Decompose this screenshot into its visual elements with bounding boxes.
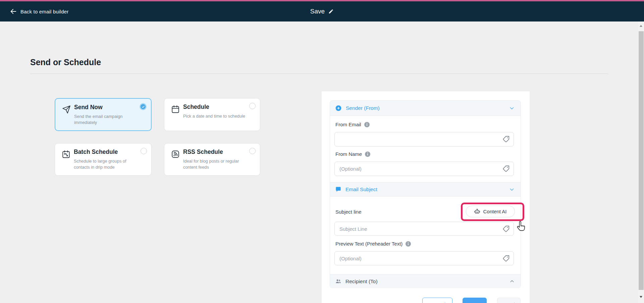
arrow-left-icon (10, 8, 17, 15)
campaign-title-editor[interactable]: Save (310, 8, 334, 15)
radio-rss-schedule[interactable] (249, 148, 256, 154)
card-title: RSS Schedule (183, 148, 223, 156)
from-name-label-row: From Name (335, 151, 370, 157)
back-label: Back to email builder (20, 9, 68, 14)
radio-check-icon (141, 104, 146, 109)
section-title: Recipient (To) (345, 278, 378, 285)
content-ai-label: Content AI (483, 209, 506, 214)
scrollbar-thumb[interactable] (639, 31, 644, 290)
settings-sections: Sender (From) From Email From Name (330, 100, 521, 288)
from-email-label: From Email (335, 122, 361, 127)
section-header-recipient[interactable]: Recipient (To) (330, 274, 521, 288)
chevron-down-icon[interactable] (509, 105, 515, 111)
content-ai-button[interactable]: Content AI (466, 206, 515, 217)
card-description: Send the email campaign immediately (74, 114, 137, 125)
section-title: Sender (From) (346, 105, 380, 111)
subject-line-label: Subject line (335, 209, 362, 215)
page-title: Send or Schedule (30, 57, 101, 67)
radio-schedule[interactable] (249, 103, 256, 109)
divider (30, 74, 608, 74)
card-description: Ideal for blog posts or regular content … (183, 158, 246, 170)
card-description: Pick a date and time to schedule (183, 113, 246, 119)
main-content: Send or Schedule Send Now Send the email… (0, 21, 638, 303)
subject-line-label-row: Subject line (335, 209, 362, 215)
info-icon[interactable] (365, 152, 370, 157)
option-card-rss-schedule[interactable]: RSS Schedule Ideal for blog posts or reg… (164, 143, 260, 176)
message-square-icon (335, 186, 341, 192)
tag-icon[interactable] (502, 165, 509, 172)
chevron-down-icon[interactable] (509, 187, 515, 192)
send-button[interactable]: Send (497, 298, 521, 303)
send-icon (62, 105, 71, 114)
card-title: Send Now (74, 104, 103, 111)
panel-actions: Cancel Save Send (322, 298, 521, 303)
pencil-icon (328, 9, 334, 14)
card-description: Schedule to large groups of contacts in … (74, 158, 137, 170)
from-name-input[interactable] (334, 162, 514, 176)
option-card-send-now[interactable]: Send Now Send the email campaign immedia… (55, 98, 152, 131)
tag-icon[interactable] (502, 136, 509, 143)
chevron-up-icon[interactable] (509, 279, 515, 284)
save-button[interactable]: Save (463, 298, 487, 303)
card-title: Schedule (183, 103, 209, 111)
back-to-builder-link[interactable]: Back to email builder (10, 8, 68, 15)
radio-batch-schedule[interactable] (141, 148, 147, 154)
robot-icon (474, 208, 480, 215)
scrollbar-down-arrow[interactable] (640, 296, 642, 298)
batch-calendar-icon (62, 150, 70, 159)
section-header-sender[interactable]: Sender (From) (330, 101, 521, 116)
from-email-input[interactable] (334, 132, 514, 146)
from-email-label-row: From Email (335, 122, 370, 127)
info-icon[interactable] (406, 241, 411, 247)
cancel-button[interactable]: Cancel (422, 298, 452, 303)
radio-send-now[interactable] (140, 103, 147, 110)
top-accent-stripe (0, 0, 644, 1)
calendar-icon (171, 105, 180, 114)
section-title: Email Subject (345, 186, 377, 192)
option-card-schedule[interactable]: Schedule Pick a date and time to schedul… (164, 98, 260, 131)
arrow-right-circle-icon (335, 105, 342, 112)
preview-text-label-row: Preview Text (Preheader Text) (335, 241, 411, 247)
preview-text-input[interactable] (334, 251, 514, 265)
users-icon (335, 278, 341, 285)
scrollbar-up-arrow[interactable] (640, 25, 642, 27)
section-header-email-subject[interactable]: Email Subject (330, 182, 521, 197)
info-icon[interactable] (364, 122, 370, 127)
card-title: Batch Schedule (74, 148, 118, 156)
send-settings-panel: Sender (From) From Email From Name (322, 91, 530, 303)
tag-icon[interactable] (502, 255, 509, 262)
from-name-label: From Name (335, 151, 362, 157)
campaign-title: Save (310, 8, 325, 15)
vertical-scrollbar[interactable] (638, 21, 644, 303)
tag-icon[interactable] (502, 225, 509, 232)
rss-icon (171, 150, 180, 159)
mouse-cursor-pointer (516, 221, 526, 234)
subject-line-input[interactable] (334, 222, 514, 236)
option-card-batch-schedule[interactable]: Batch Schedule Schedule to large groups … (55, 143, 152, 176)
topbar: Back to email builder Save (0, 1, 644, 21)
preview-text-label: Preview Text (Preheader Text) (335, 241, 402, 247)
